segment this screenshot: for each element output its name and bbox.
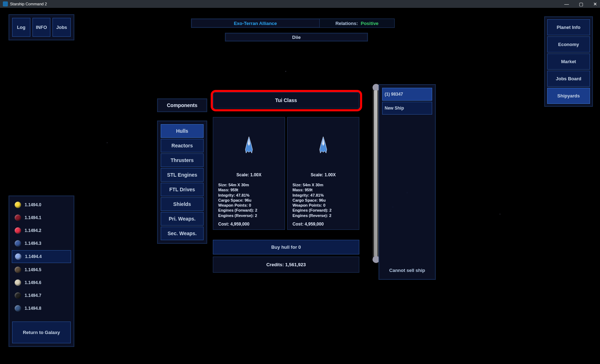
faction-name: Exo-Terran Alliance <box>191 21 319 26</box>
ship-card-left[interactable]: Scale: 1.00X Size: 54m X 30m Mass: 959t … <box>213 117 285 230</box>
ship-slot-1[interactable]: New Ship <box>382 102 432 115</box>
spec-mass: Mass: 959t <box>292 187 354 192</box>
planet-row-8[interactable]: 1.1494.8 <box>12 302 71 314</box>
spec-list: Size: 54m X 30m Mass: 959t Integrity: 47… <box>218 182 280 218</box>
component-sec--weaps-[interactable]: Sec. Weaps. <box>161 227 204 240</box>
planet-row-1[interactable]: 1.1494.1 <box>12 212 71 224</box>
planet-orb-icon <box>15 253 21 260</box>
spec-cargo: Cargo Space: 96u <box>292 198 354 203</box>
planet-list: 1.1494.01.1494.11.1494.21.1494.31.1494.4… <box>9 196 74 347</box>
relations-value: Positive <box>361 21 379 26</box>
component-thrusters[interactable]: Thrusters <box>161 153 204 167</box>
info-button[interactable]: INFO <box>32 18 51 37</box>
cost-label: Cost: 4,959,000 <box>292 222 354 227</box>
ship-slots-panel: (1) 98347New ShipCannot sell ship <box>379 84 436 280</box>
planet-orb-icon <box>15 214 21 221</box>
window-title: Starship Command 2 <box>10 2 47 6</box>
spec-list: Size: 54m X 30m Mass: 959t Integrity: 47… <box>292 182 354 218</box>
component-ftl-drives[interactable]: FTL Drives <box>161 183 204 196</box>
spec-cargo: Cargo Space: 96u <box>218 198 280 203</box>
ship-graphic <box>218 120 280 170</box>
spec-mass: Mass: 959t <box>218 187 280 192</box>
spec-integrity: Integrity: 47.81% <box>292 193 354 198</box>
jobs-button[interactable]: Jobs <box>52 18 71 37</box>
component-pri--weaps-[interactable]: Pri. Weaps. <box>161 212 204 226</box>
planet-orb-icon <box>15 292 21 299</box>
return-to-galaxy-button[interactable]: Return to Galaxy <box>12 322 71 343</box>
components-header: Components <box>158 99 207 112</box>
cost-label: Cost: 4,959,000 <box>218 222 280 227</box>
component-shields[interactable]: Shields <box>161 197 204 211</box>
planet-row-3[interactable]: 1.1494.3 <box>12 237 71 249</box>
scrollbar[interactable] <box>373 89 379 258</box>
buy-button[interactable]: Buy hull for 0 <box>213 240 359 254</box>
relations-box: Relations: Positive <box>319 19 394 27</box>
spec-engf: Engines (Forward): 2 <box>292 208 354 213</box>
ship-icon <box>242 136 256 155</box>
maximize-icon[interactable]: ▢ <box>579 1 583 7</box>
planet-row-7[interactable]: 1.1494.7 <box>12 289 71 302</box>
right-menu-economy[interactable]: Economy <box>547 36 590 52</box>
planet-orb-icon <box>15 227 21 234</box>
relations-label: Relations: <box>335 21 358 26</box>
planet-label: 1.1494.8 <box>25 306 41 311</box>
spec-size: Size: 54m X 30m <box>292 182 354 187</box>
window-titlebar: Starship Command 2 — ▢ ✕ <box>0 0 600 8</box>
planet-label: 1.1494.7 <box>25 293 41 298</box>
component-hulls[interactable]: Hulls <box>161 124 204 138</box>
right-menu-jobs-board[interactable]: Jobs Board <box>547 71 590 87</box>
right-menu-market[interactable]: Market <box>547 54 590 70</box>
scale-label: Scale: 1.00X <box>218 172 280 177</box>
spec-engr: Engines (Reverse): 2 <box>218 213 280 218</box>
cannot-sell-label: Cannot sell ship <box>379 268 435 273</box>
planet-label: 1.1494.6 <box>25 280 41 285</box>
spec-engr: Engines (Reverse): 2 <box>292 213 354 218</box>
ship-icon <box>316 136 330 155</box>
class-header[interactable]: Tui Class <box>213 92 359 108</box>
planet-orb-icon <box>15 279 21 286</box>
planet-label: 1.1494.2 <box>25 228 41 233</box>
right-menu: Planet InfoEconomyMarketJobs BoardShipya… <box>544 16 593 107</box>
component-stl-engines[interactable]: STL Engines <box>161 168 204 182</box>
top-left-panel: Log INFO Jobs <box>9 14 74 40</box>
buy-bar: Buy hull for 0 Credits: 1,561,923 <box>213 240 359 273</box>
faction-bar: Exo-Terran Alliance Relations: Positive <box>191 19 395 28</box>
planet-row-0[interactable]: 1.1494.0 <box>12 199 71 211</box>
ship-slot-0[interactable]: (1) 98347 <box>382 88 432 101</box>
spec-size: Size: 54m X 30m <box>218 182 280 187</box>
right-menu-shipyards[interactable]: Shipyards <box>547 88 590 104</box>
credits-label: Credits: 1,561,923 <box>213 257 359 273</box>
spec-weapons: Weapon Points: 0 <box>218 203 280 208</box>
location-name: Diie <box>292 35 301 40</box>
planet-orb-icon <box>15 267 21 273</box>
ship-cards: Scale: 1.00X Size: 54m X 30m Mass: 959t … <box>213 117 359 230</box>
scrollbar-thumb[interactable] <box>374 90 378 257</box>
scale-label: Scale: 1.00X <box>292 172 354 177</box>
app-icon <box>3 1 8 6</box>
planet-row-6[interactable]: 1.1494.6 <box>12 277 71 289</box>
planet-row-2[interactable]: 1.1494.2 <box>12 224 71 237</box>
location-bar: Diie <box>225 33 368 41</box>
close-icon[interactable]: ✕ <box>593 1 597 7</box>
ship-card-right[interactable]: Scale: 1.00X Size: 54m X 30m Mass: 959t … <box>287 117 359 230</box>
minimize-icon[interactable]: — <box>564 1 569 7</box>
component-reactors[interactable]: Reactors <box>161 139 204 152</box>
planet-label: 1.1494.1 <box>25 215 41 220</box>
spec-engf: Engines (Forward): 2 <box>218 208 280 213</box>
right-menu-planet-info[interactable]: Planet Info <box>547 19 590 35</box>
planet-label: 1.1494.5 <box>25 267 41 272</box>
components-header-panel: Components <box>157 98 207 112</box>
class-name: Tui Class <box>275 97 297 103</box>
planet-orb-icon <box>15 202 21 208</box>
planet-row-5[interactable]: 1.1494.5 <box>12 264 71 276</box>
log-button[interactable]: Log <box>12 18 30 37</box>
spec-weapons: Weapon Points: 0 <box>292 203 354 208</box>
planet-label: 1.1494.3 <box>25 241 41 246</box>
spec-integrity: Integrity: 47.81% <box>218 193 280 198</box>
planet-label: 1.1494.0 <box>25 202 41 207</box>
planet-label: 1.1494.4 <box>25 254 42 259</box>
components-panel: HullsReactorsThrustersSTL EnginesFTL Dri… <box>157 121 207 244</box>
planet-orb-icon <box>15 240 21 247</box>
planet-row-4[interactable]: 1.1494.4 <box>12 250 71 263</box>
ship-graphic <box>292 120 354 170</box>
